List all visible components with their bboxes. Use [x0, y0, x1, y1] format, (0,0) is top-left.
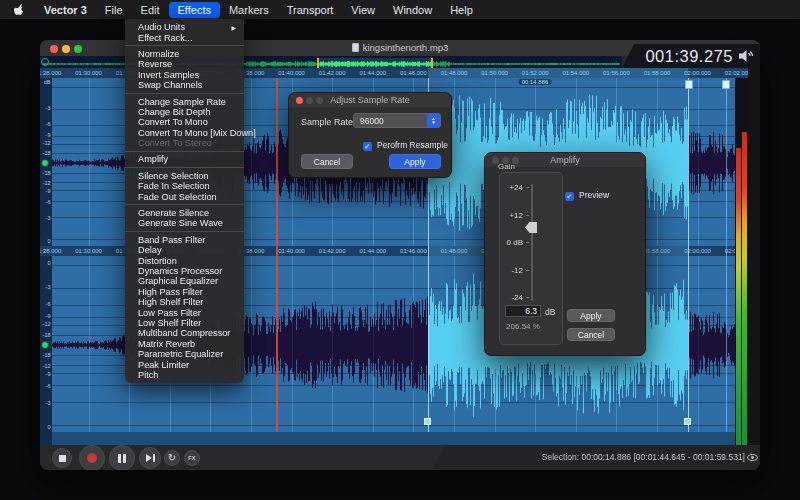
selection-status-text: Selection: 00:00:14.886 [00:01:44.645 - … [542, 452, 745, 462]
menu-item-delay[interactable]: Delay [125, 245, 244, 255]
stepper-icon[interactable]: ▲▼ [427, 113, 440, 128]
menu-separator [125, 167, 244, 168]
menu-item-multiband-compressor[interactable]: Multiband Compressor [125, 328, 244, 338]
menubar-item-help[interactable]: Help [441, 2, 482, 18]
sample-rate-dialog: Adjust Sample Rate Sample Rate 96000 ▲▼ … [288, 92, 452, 178]
dialog-titlebar[interactable]: Adjust Sample Rate [289, 93, 451, 107]
record-button[interactable] [79, 445, 105, 470]
menubar-item-transport[interactable]: Transport [278, 2, 343, 18]
db-scale-label: -12 [43, 180, 51, 186]
apply-button[interactable]: Apply [389, 154, 441, 169]
menu-item-change-sample-rate[interactable]: Change Sample Rate [125, 96, 244, 106]
menu-bar: Vector 3 FileEditEffectsMarkersTransport… [0, 0, 800, 19]
db-scale-label: dB [44, 79, 51, 85]
menu-item-normalize[interactable]: Normalize [125, 49, 244, 59]
apply-button[interactable]: Apply [567, 309, 615, 322]
cancel-button[interactable]: Cancel [301, 154, 353, 169]
ruler-tick-label: 01:28.000 [40, 70, 61, 76]
menu-item-reverse[interactable]: Reverse [125, 59, 244, 69]
menu-item-matrix-reverb[interactable]: Matrix Reverb [125, 339, 244, 349]
checkbox-checked-icon[interactable]: ✓ [363, 142, 372, 151]
menubar-item-window[interactable]: Window [384, 2, 441, 18]
menu-item-convert-to-mono[interactable]: Convert To Mono [125, 117, 244, 127]
marker-line[interactable] [726, 78, 727, 432]
db-scale-label: -9 [46, 371, 51, 377]
menu-item-high-pass-filter[interactable]: High Pass Filter [125, 287, 244, 297]
menubar-item-markers[interactable]: Markers [220, 2, 278, 18]
ruler-tick-label: 01:30.000 [75, 248, 102, 254]
marker-flag[interactable] [722, 80, 730, 89]
menubar-item-effects[interactable]: Effects [169, 2, 220, 18]
menu-item-fade-in-selection[interactable]: Fade In Selection [125, 181, 244, 191]
level-meter-right-bar [742, 132, 747, 445]
menu-item-low-shelf-filter[interactable]: Low Shelf Filter [125, 318, 244, 328]
timecode-panel: 001:39.275 [622, 44, 760, 68]
sample-rate-label: Sample Rate [301, 117, 353, 127]
ruler-tick-label: 01:46.000 [400, 70, 427, 76]
menu-item-band-pass-filter[interactable]: Band Pass Filter [125, 235, 244, 245]
menu-item-convert-to-mono-mix-down[interactable]: Convert To Mono [Mix Down] [125, 128, 244, 138]
playhead[interactable] [276, 78, 278, 432]
ruler-tick-label: 01:28.000 [40, 248, 61, 254]
gain-group-label: Gain [498, 162, 515, 171]
selection-end-line[interactable] [688, 78, 689, 432]
selection-start-handle[interactable] [424, 418, 431, 425]
checkbox-checked-icon[interactable]: ✓ [565, 192, 574, 201]
ruler-tick-label: 01:56.000 [603, 70, 630, 76]
apple-icon[interactable] [14, 3, 25, 16]
dialog-minimize-button[interactable] [306, 97, 313, 104]
menu-item-effect-rack[interactable]: Effect Rack... [125, 32, 244, 42]
record-icon [87, 453, 97, 463]
dialog-zoom-button[interactable] [316, 97, 323, 104]
preview-checkbox-row[interactable]: ✓Preview [565, 184, 609, 202]
stop-button[interactable] [52, 448, 72, 468]
sample-rate-select[interactable]: 96000 ▲▼ [353, 113, 441, 128]
selection-end-handle[interactable] [684, 418, 691, 425]
gain-tick-label: -12 [499, 266, 523, 275]
menu-item-silence-selection[interactable]: Silence Selection [125, 171, 244, 181]
skip-end-button[interactable] [139, 447, 161, 469]
menu-item-convert-to-stereo: Convert To Stereo [125, 138, 244, 148]
pause-button[interactable] [109, 445, 135, 470]
menu-item-parametric-equalizer[interactable]: Parametric Equalizer [125, 349, 244, 359]
loop-button[interactable]: ↻ [164, 450, 180, 466]
effects-dropdown-menu: Audio Units▶Effect Rack...NormalizeRever… [125, 19, 244, 383]
dialog-close-button[interactable] [296, 97, 303, 104]
menubar-item-edit[interactable]: Edit [132, 2, 169, 18]
app-menu-name[interactable]: Vector 3 [35, 2, 96, 18]
menubar-item-view[interactable]: View [342, 2, 384, 18]
gain-value-field[interactable]: 6.3 [505, 305, 541, 317]
fx-button[interactable]: FX [184, 450, 200, 466]
menu-item-pitch[interactable]: Pitch [125, 370, 244, 380]
menu-item-low-pass-filter[interactable]: Low Pass Filter [125, 307, 244, 317]
menu-item-high-shelf-filter[interactable]: High Shelf Filter [125, 297, 244, 307]
gain-tick-mark [526, 270, 529, 271]
menu-item-distortion[interactable]: Distortion [125, 255, 244, 265]
menu-item-peak-limiter[interactable]: Peak Limiter [125, 359, 244, 369]
menu-separator [125, 93, 244, 94]
menu-item-graphical-equalizer[interactable]: Graphical Equalizer [125, 276, 244, 286]
resample-checkbox-row[interactable]: ✓Perofrm Resample [363, 134, 448, 152]
menu-item-invert-samples[interactable]: Invert Samples [125, 70, 244, 80]
level-meter-left-bar [736, 148, 741, 445]
cancel-button[interactable]: Cancel [567, 328, 615, 341]
menu-item-swap-channels[interactable]: Swap Channels [125, 80, 244, 90]
db-scale-label: -18 [43, 150, 51, 156]
eye-icon[interactable] [747, 453, 758, 462]
db-scale-label: -18 [43, 332, 51, 338]
gain-slider-track[interactable] [531, 184, 533, 301]
menu-item-amplify[interactable]: Amplify [125, 154, 244, 164]
menu-item-change-bit-depth[interactable]: Change Bit Depth [125, 107, 244, 117]
menu-item-dynamics-processor[interactable]: Dynamics Processor [125, 266, 244, 276]
menu-item-generate-sine-wave[interactable]: Generate Sine Wave [125, 218, 244, 228]
gain-tick-label: +24 [499, 183, 523, 192]
menu-item-generate-silence[interactable]: Generate Silence [125, 208, 244, 218]
submenu-arrow-icon: ▶ [231, 24, 236, 31]
db-scale-label: -18 [43, 170, 51, 176]
menubar-item-file[interactable]: File [96, 2, 132, 18]
menu-item-audio-units[interactable]: Audio Units▶ [125, 22, 244, 32]
menu-item-fade-out-selection[interactable]: Fade Out Selection [125, 191, 244, 201]
stop-icon [59, 455, 66, 462]
selection-end-flag[interactable] [685, 80, 693, 89]
db-scale-label: -9 [46, 188, 51, 194]
